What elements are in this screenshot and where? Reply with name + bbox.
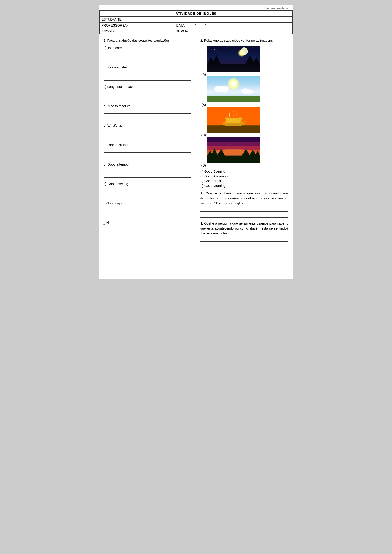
svg-point-1 (226, 48, 227, 48)
svg-marker-14 (252, 57, 259, 64)
options-list: ( ) Good Evening ( ) Good Afternoon ( ) … (200, 170, 288, 187)
item-e-line2 (104, 135, 191, 139)
item-d-line1 (104, 110, 191, 114)
image-row-b-label: (B) (200, 103, 288, 107)
item-f: f) Good morning (104, 143, 191, 158)
item-e-label: e) What's up (104, 124, 191, 127)
svg-point-0 (214, 49, 215, 50)
svg-point-6 (240, 54, 241, 55)
item-j: j) Hi (104, 221, 191, 236)
svg-marker-13 (245, 55, 255, 64)
item-e-line1 (104, 129, 191, 133)
exercise4-title: 4. Qual é a pergunta que geralmente usam… (200, 221, 288, 236)
item-b-line1 (104, 71, 191, 75)
image-row-a (200, 46, 288, 72)
item-b-label: b) See you later (104, 65, 191, 69)
item-h-label: h) Good evening (104, 182, 191, 186)
item-c-label: c) Long time no see (104, 85, 191, 89)
exercise3-line1 (200, 207, 288, 212)
exercise3-line2 (200, 213, 288, 218)
image-b-label: (B) (200, 103, 207, 107)
svg-point-20 (221, 86, 229, 90)
sunset-svg (207, 137, 259, 163)
header-table: ATIVIDADE DE INGLÊS ESTUDANTE: PROFESSOR… (99, 10, 293, 34)
item-i: l) Good night (104, 201, 191, 216)
images-section: (A) (200, 46, 288, 167)
item-g: g) Good afternoon (104, 162, 191, 178)
svg-point-9 (240, 47, 248, 55)
student-label: ESTUDANTE: (101, 18, 123, 21)
left-column: 1. Faça a tradução das seguintes saudaçõ… (99, 34, 196, 253)
date-value: ____ / ____ / ________ (187, 23, 222, 27)
item-h-line2 (104, 193, 191, 197)
item-f-line1 (104, 148, 191, 152)
image-b (207, 76, 259, 102)
right-column: 2. Relacione as saudações conforme as im… (196, 34, 293, 253)
item-i-line1 (104, 207, 191, 211)
item-g-label: g) Good afternoon (104, 162, 191, 166)
item-a-line2 (104, 57, 191, 61)
item-j-line1 (104, 226, 191, 230)
exercise1-title: 1. Faça a tradução das seguintes saudaçõ… (104, 38, 191, 43)
coffee-svg (207, 107, 259, 133)
item-d: d) Nice to meet you (104, 104, 191, 119)
item-b: b) See you later (104, 65, 191, 81)
svg-point-7 (252, 47, 253, 47)
item-j-line2 (104, 232, 191, 236)
svg-point-2 (236, 50, 236, 51)
svg-point-17 (231, 81, 236, 86)
turma-row: TURMA: (174, 28, 293, 34)
school-row: ESCOLA: (99, 28, 174, 34)
item-c-line2 (104, 96, 191, 100)
item-f-line2 (104, 154, 191, 158)
item-d-label: d) Nice to meet you (104, 104, 191, 108)
main-content: 1. Faça a tradução das seguintes saudaçõ… (99, 34, 293, 253)
sunny-sky-svg (207, 76, 259, 102)
option-3: ( ) Good Night (200, 179, 288, 183)
school-label: ESCOLA: (101, 29, 116, 33)
turma-label: TURMA: (176, 29, 189, 33)
image-row-a-label: (A) (200, 72, 288, 76)
svg-point-22 (241, 88, 250, 93)
exercise4-section: 4. Qual é a pergunta que geralmente usam… (200, 221, 288, 248)
svg-point-8 (210, 55, 210, 56)
data-label: DATA: (176, 23, 185, 27)
svg-rect-26 (207, 125, 259, 133)
watermark: tudosaladeaula.com (99, 5, 293, 10)
image-row-c-label: (C) (200, 133, 288, 137)
image-d-label: (D) (200, 163, 207, 167)
option-4: ( ) Good Morning (200, 184, 288, 187)
professor-label: PROFESSOR (A): (101, 23, 128, 27)
item-f-label: f) Good morning (104, 143, 191, 147)
item-d-line2 (104, 115, 191, 119)
svg-rect-35 (207, 156, 259, 163)
image-a (207, 46, 259, 72)
item-g-line2 (104, 173, 191, 178)
image-row-d-label: (D) (200, 163, 288, 167)
item-e: e) What's up (104, 124, 191, 139)
svg-point-5 (219, 53, 219, 53)
svg-point-4 (255, 52, 255, 52)
page-title: ATIVIDADE DE INGLÊS (99, 11, 293, 17)
exercise3-section: 3. Qual é a frase comum que usamos quand… (200, 191, 288, 218)
image-row-d (200, 137, 288, 163)
item-c: c) Long time no see (104, 85, 191, 100)
exercise3-title: 3. Qual é a frase comum que usamos quand… (200, 191, 288, 206)
exercise2-title: 2. Relacione as saudações conforme as im… (200, 38, 288, 43)
data-row: DATA: ____ / ____ / ________ (174, 22, 293, 28)
svg-rect-10 (207, 64, 259, 72)
option-1: ( ) Good Evening (200, 170, 288, 173)
svg-rect-23 (207, 97, 259, 102)
option-2: ( ) Good Afternoon (200, 174, 288, 178)
image-d (207, 137, 259, 163)
image-c-label: (C) (200, 133, 207, 137)
svg-marker-12 (212, 55, 221, 64)
image-row-b (200, 76, 288, 102)
item-j-label: j) Hi (104, 221, 191, 225)
item-h: h) Good evening (104, 182, 191, 197)
item-i-label: l) Good night (104, 201, 191, 205)
item-a-line1 (104, 51, 191, 55)
exercise4-line1 (200, 237, 288, 242)
svg-point-28 (223, 123, 244, 126)
item-a-label: a) Take care (104, 46, 191, 50)
